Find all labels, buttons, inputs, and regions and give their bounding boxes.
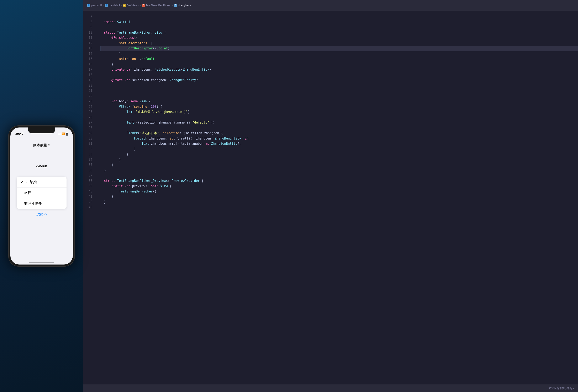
breadcrumb-item-0: 👤 pandabill: [87, 4, 102, 7]
breadcrumb: 👤 pandabill › 👤 pandabill › 📁 DevViews ›…: [87, 4, 191, 7]
code-line-25: Text("账本数量 \(zhangbens.count)"): [100, 109, 578, 115]
code-line-29: Picker("请选择账本", selection: $selection_zh…: [100, 131, 578, 136]
code-line-26: [100, 115, 578, 120]
code-line-42: }: [100, 199, 578, 205]
person-icon-1: 👤: [105, 4, 108, 7]
code-editor-panel: 👤 pandabill › 👤 pandabill › 📁 DevViews ›…: [83, 0, 578, 392]
code-line-22: [100, 94, 578, 99]
breadcrumb-sep-1: ›: [121, 4, 122, 7]
code-line-18: [100, 73, 578, 78]
account-count-text: 账本数量 3: [33, 143, 50, 148]
attribution-text: CSDN @熊猫小熊App: [549, 387, 574, 390]
line-numbers: 7891011121314151617181920212223242526272…: [83, 11, 96, 385]
code-line-31: Text(zhangben.name!).tag(zhangben as Zha…: [100, 141, 578, 147]
code-line-35: }: [100, 162, 578, 168]
code-line-23: var body: some View {: [100, 99, 578, 104]
picker-label-0: 结婚: [30, 180, 37, 184]
person-icon-0: 👤: [87, 4, 90, 7]
breadcrumb-label-3: TestZhangBenPicker: [146, 4, 171, 7]
picker-label-2: 非理性消费: [24, 201, 42, 206]
code-line-41: }: [100, 194, 578, 199]
picker-item-2[interactable]: 非理性消费: [17, 198, 67, 209]
breadcrumb-label-0: pandabill: [91, 4, 102, 7]
code-line-16: ): [100, 62, 578, 67]
code-line-8: import SwiftUI: [100, 20, 578, 25]
code-line-10: struct TestZhangBenPicker: View {: [100, 30, 578, 36]
folder-icon: 📁: [123, 4, 126, 7]
code-line-12: sortDescriptors: [: [100, 41, 578, 46]
code-line-28: [100, 125, 578, 131]
code-line-30: ForEach(zhangbens, id: \.self){ (zhangbe…: [100, 136, 578, 141]
chevron-icon: ◇: [44, 212, 47, 217]
code-line-38: struct TestZhangBenPicker_Previews: Prev…: [100, 178, 578, 184]
picker-selection-display: 结婚 ◇: [36, 212, 47, 217]
bottom-bar: CSDN @熊猫小熊App: [83, 385, 578, 392]
code-line-43: [100, 205, 578, 210]
code-line-24: VStack (spacing: 200) {: [100, 104, 578, 110]
wifi-icon: 🛜: [62, 132, 65, 135]
breadcrumb-item-2: 📁 DevViews: [123, 4, 139, 7]
code-line-36: }: [100, 168, 578, 173]
code-line-27: Text(((selection_zhangben?.name ?? "defa…: [100, 120, 578, 125]
code-line-7: [100, 14, 578, 20]
signal-icon: ▪▪▪: [58, 132, 61, 135]
picker-item-1[interactable]: 旅行: [17, 188, 67, 198]
code-line-32: }: [100, 147, 578, 152]
file-icon: P: [174, 4, 177, 7]
breadcrumb-sep-0: ›: [103, 4, 104, 7]
status-icons: ▪▪▪ 🛜 ▓: [58, 132, 68, 135]
iphone-screen: 20:40 ▪▪▪ 🛜 ▓ 账本数量 3 default ✓ 结婚 旅行: [10, 127, 73, 265]
breadcrumb-label-2: DevViews: [127, 4, 139, 7]
code-line-33: }: [100, 152, 578, 157]
code-line-20: [100, 83, 578, 88]
breadcrumb-sep-2: ›: [140, 4, 141, 7]
screen-content: 账本数量 3 default ✓ 结婚 旅行 非理性消费 结婚: [10, 137, 73, 265]
code-line-34: }: [100, 157, 578, 162]
picker-item-0[interactable]: ✓ 结婚: [17, 177, 67, 188]
code-line-9: [100, 25, 578, 30]
iphone-frame: 20:40 ▪▪▪ 🛜 ▓ 账本数量 3 default ✓ 结婚 旅行: [8, 125, 75, 267]
code-line-21: [100, 88, 578, 94]
breadcrumb-sep-3: ›: [172, 4, 173, 7]
code-content[interactable]: import SwiftUI struct TestZhangBenPicker…: [96, 11, 578, 385]
code-line-11: @FetchRequest(: [100, 35, 578, 41]
iphone-notch: [28, 127, 55, 133]
code-editor-body: 7891011121314151617181920212223242526272…: [83, 11, 578, 385]
breadcrumb-item-4: P zhangbens: [174, 4, 191, 7]
code-line-40: TestZhangBenPicker(): [100, 189, 578, 194]
code-line-13: SortDescriptor(\.cc_at): [100, 46, 578, 51]
breadcrumb-label-1: pandabill: [109, 4, 120, 7]
battery-icon: ▓: [66, 132, 68, 135]
picker-checkmark-0: ✓: [25, 180, 28, 184]
status-time: 20:40: [15, 132, 23, 135]
picker-label-1: 旅行: [24, 190, 31, 195]
code-line-17: private var zhangbens: FetchedResults<Zh…: [100, 67, 578, 73]
swift-icon: S: [142, 4, 145, 7]
default-text: default: [36, 164, 47, 168]
editor-header: 👤 pandabill › 👤 pandabill › 📁 DevViews ›…: [83, 0, 578, 11]
selected-value-text: 结婚: [36, 212, 44, 217]
code-line-19: @State var selection_zhangben: ZhangBenE…: [100, 78, 578, 83]
breadcrumb-label-4: zhangbens: [178, 4, 191, 7]
breadcrumb-item-3: S TestZhangBenPicker: [142, 4, 171, 7]
code-line-39: static var previews: some View {: [100, 184, 578, 189]
code-line-15: animation: .default: [100, 56, 578, 62]
picker-list[interactable]: ✓ 结婚 旅行 非理性消费: [17, 177, 67, 209]
simulator-panel: 20:40 ▪▪▪ 🛜 ▓ 账本数量 3 default ✓ 结婚 旅行: [0, 0, 83, 392]
code-line-14: ],: [100, 51, 578, 57]
breadcrumb-item-1: 👤 pandabill: [105, 4, 120, 7]
code-line-37: [100, 173, 578, 178]
home-indicator: [29, 262, 54, 263]
